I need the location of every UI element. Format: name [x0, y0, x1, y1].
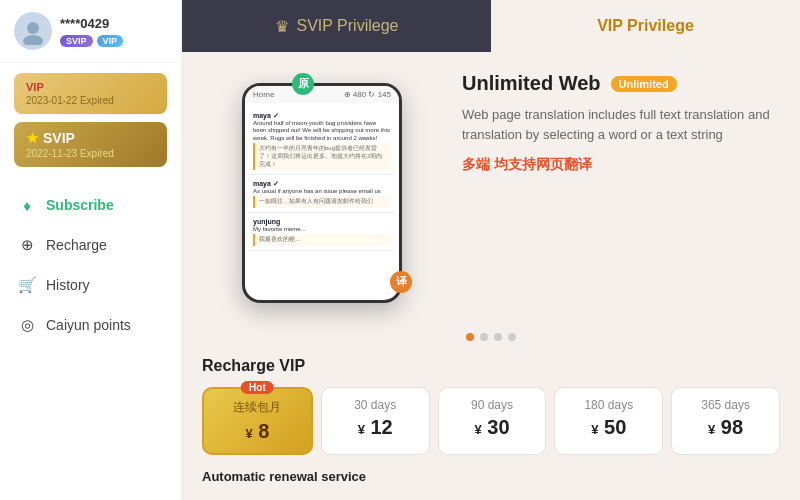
sidebar-item-recharge[interactable]: ⊕ Recharge [0, 225, 181, 265]
svip-card-label: ★ SVIP [26, 130, 155, 146]
badges: SVIP VIP [60, 35, 123, 47]
vip-card-expired: 2023-01-22 Expired [26, 95, 155, 106]
history-icon: 🛒 [18, 276, 36, 294]
feature-cta: 多端 均支持网页翻译 [462, 156, 770, 174]
sidebar-nav: ♦ Subscribe ⊕ Recharge 🛒 History ◎ Caiyu… [0, 185, 181, 500]
user-header: ****0429 SVIP VIP [0, 0, 181, 63]
phone-stats: ⊕ 480 ↻ 145 [344, 90, 391, 99]
bottom-section: Recharge VIP Hot 连续包月 ¥ 8 30 days ¥ 12 [182, 357, 800, 500]
yi-label: 译 [390, 271, 412, 293]
dots-indicator [182, 333, 800, 341]
tweet-list: maya ✓ Around half of moon-youth bug pro… [245, 103, 399, 300]
content-area: 原 Home ⊕ 480 ↻ 145 maya ✓ Around half of… [182, 52, 800, 333]
caiyun-icon: ◎ [18, 316, 36, 334]
feature-section: Unlimited Web Unlimited Web page transla… [442, 72, 780, 313]
subscribe-icon: ♦ [18, 196, 36, 214]
price-card-180[interactable]: 180 days ¥ 50 [554, 387, 663, 455]
tweet-2-translation: 一如既往，如果有人有问题请发邮件给我们 [253, 196, 391, 208]
price-value-180: ¥ 50 [561, 416, 656, 439]
tweet-1-author: maya ✓ [253, 111, 391, 120]
svip-card: ★ SVIP 2022-11-23 Expired [14, 122, 167, 167]
tweet-1: maya ✓ Around half of moon-youth bug pro… [249, 107, 395, 176]
phone-wrapper: 原 Home ⊕ 480 ↻ 145 maya ✓ Around half of… [242, 83, 402, 303]
vip-cards: VIP 2023-01-22 Expired ★ SVIP 2022-11-23… [0, 63, 181, 177]
price-value-365: ¥ 98 [678, 416, 773, 439]
price-duration-365: 365 days [678, 398, 773, 412]
feature-name: Unlimited Web [462, 72, 601, 95]
tweet-1-translation: 大约有一半的月亮青年的bug提供者已经发货了！这周我们将运出更多。地毯大约将在2… [253, 143, 391, 170]
sidebar-item-subscribe[interactable]: ♦ Subscribe [0, 185, 181, 225]
svip-card-expired: 2022-11-23 Expired [26, 148, 155, 159]
price-duration-30: 30 days [328, 398, 423, 412]
vip-card-label: VIP [26, 81, 155, 93]
sidebar-item-caiyun[interactable]: ◎ Caiyun points [0, 305, 181, 345]
svg-point-1 [23, 35, 43, 45]
price-duration-monthly: 连续包月 [210, 399, 305, 416]
phone-home-label: Home [253, 90, 274, 99]
tweet-3-translation: 我最喜欢的梗... [253, 234, 391, 246]
sidebar-item-history[interactable]: 🛒 History [0, 265, 181, 305]
dot-1[interactable] [466, 333, 474, 341]
sidebar-item-recharge-label: Recharge [46, 237, 107, 253]
vip-badge: VIP [97, 35, 124, 47]
sidebar-item-subscribe-label: Subscribe [46, 197, 114, 213]
phone-status-bar: Home ⊕ 480 ↻ 145 [245, 86, 399, 103]
tweet-2-text: As usual if anyone has an issue please e… [253, 188, 391, 196]
dot-4[interactable] [508, 333, 516, 341]
tweet-2-author: maya ✓ [253, 179, 391, 188]
dot-3[interactable] [494, 333, 502, 341]
tab-header: ♛ SVIP Privilege VIP Privilege [182, 0, 800, 52]
sidebar: ****0429 SVIP VIP VIP 2023-01-22 Expired… [0, 0, 182, 500]
price-card-monthly[interactable]: Hot 连续包月 ¥ 8 [202, 387, 313, 455]
feature-description: Web page translation includes full text … [462, 105, 770, 144]
price-card-90[interactable]: 90 days ¥ 30 [438, 387, 547, 455]
tweet-3: yunjung My favorite meme... 我最喜欢的梗... [249, 213, 395, 251]
phone-section: 原 Home ⊕ 480 ↻ 145 maya ✓ Around half of… [202, 72, 442, 313]
price-value-30: ¥ 12 [328, 416, 423, 439]
sidebar-item-caiyun-label: Caiyun points [46, 317, 131, 333]
crown-icon: ♛ [275, 17, 289, 36]
price-value-90: ¥ 30 [445, 416, 540, 439]
tweet-2: maya ✓ As usual if anyone has an issue p… [249, 175, 395, 213]
avatar [14, 12, 52, 50]
price-duration-90: 90 days [445, 398, 540, 412]
auto-renewal-label: Automatic renewal service [202, 469, 780, 484]
recharge-title: Recharge VIP [202, 357, 780, 375]
tweet-3-text: My favorite meme... [253, 226, 391, 234]
tab-svip[interactable]: ♛ SVIP Privilege [182, 0, 491, 52]
recharge-icon: ⊕ [18, 236, 36, 254]
svip-badge: SVIP [60, 35, 93, 47]
price-card-365[interactable]: 365 days ¥ 98 [671, 387, 780, 455]
price-cards: Hot 连续包月 ¥ 8 30 days ¥ 12 90 days ¥ [202, 387, 780, 455]
hot-badge: Hot [241, 381, 274, 394]
phone-mockup: Home ⊕ 480 ↻ 145 maya ✓ Around half of m… [242, 83, 402, 303]
yuan-label: 原 [292, 73, 314, 95]
price-duration-180: 180 days [561, 398, 656, 412]
phone-screen: Home ⊕ 480 ↻ 145 maya ✓ Around half of m… [245, 86, 399, 300]
tab-svip-label: SVIP Privilege [297, 17, 399, 35]
unlimited-badge: Unlimited [611, 76, 677, 92]
user-id: ****0429 [60, 16, 123, 31]
tab-vip[interactable]: VIP Privilege [491, 0, 800, 52]
tweet-3-author: yunjung [253, 217, 391, 226]
tweet-1-text: Around half of moon-youth bug providers … [253, 120, 391, 143]
star-icon: ★ [26, 130, 39, 146]
tab-vip-label: VIP Privilege [597, 17, 694, 35]
price-value-monthly: ¥ 8 [210, 420, 305, 443]
dot-2[interactable] [480, 333, 488, 341]
sidebar-item-history-label: History [46, 277, 90, 293]
user-info: ****0429 SVIP VIP [60, 16, 123, 47]
price-card-30[interactable]: 30 days ¥ 12 [321, 387, 430, 455]
feature-title-row: Unlimited Web Unlimited [462, 72, 770, 95]
svg-point-0 [27, 22, 39, 34]
vip-card: VIP 2023-01-22 Expired [14, 73, 167, 114]
main-content: ♛ SVIP Privilege VIP Privilege 原 Home ⊕ … [182, 0, 800, 500]
